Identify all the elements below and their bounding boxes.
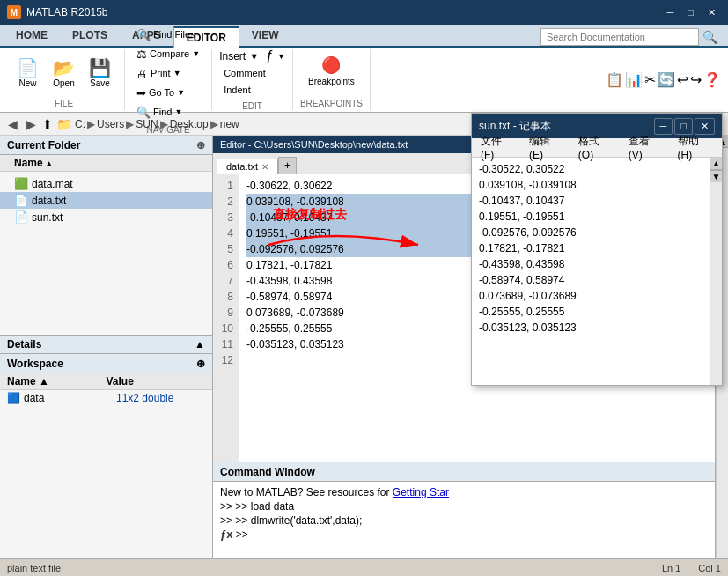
details-title: Details [7, 338, 41, 351]
sort-icon[interactable]: ▲ [45, 159, 54, 168]
minimize-button[interactable]: ─ [662, 5, 680, 20]
code-text-2: 0.039108, -0.039108 [246, 194, 344, 210]
np-line-9: 0.073689, -0.073689 [479, 288, 702, 304]
new-button[interactable]: 📄 New [11, 55, 45, 92]
fx-dropdown[interactable]: ▼ [277, 52, 285, 61]
file-item-datamat[interactable]: 🟩 data.mat [0, 175, 212, 192]
compare-dropdown-icon: ▼ [192, 49, 200, 58]
toolbar-icon-3[interactable]: ✂ [644, 71, 656, 88]
search-icon[interactable]: 🔍 [702, 30, 717, 44]
toolbar-icon-1[interactable]: 📋 [606, 71, 623, 88]
compare-button[interactable]: ⚖ Compare ▼ [132, 45, 204, 63]
np-line-3: -0.10437, 0.10437 [479, 193, 702, 209]
path-new: new [220, 118, 239, 130]
code-text-1: -0.30622, 0.30622 [246, 178, 332, 194]
up-button[interactable]: ⬆ [42, 117, 53, 131]
open-label: Open [53, 78, 74, 88]
help-icon[interactable]: ❓ [703, 71, 721, 88]
command-window-title: Command Window [220, 466, 315, 478]
comment-button[interactable]: Comment [219, 65, 285, 81]
path-sun: SUN [136, 118, 158, 130]
edit-section-label: EDIT [242, 100, 262, 111]
file-btn-group: 📄 New 📂 Open 💾 Save [11, 51, 117, 95]
find-icon: 🔍 [136, 106, 151, 119]
save-button[interactable]: 💾 Save [83, 55, 117, 92]
notepad-scrollbar[interactable]: ▲ ▼ [710, 158, 722, 385]
navigate-col: 🔍 Find Files ⚖ Compare ▼ 🖨 Print ▼ ➡ Go … [132, 26, 204, 122]
toolbar-icon-2[interactable]: 📊 [625, 71, 643, 88]
save-icon: 💾 [89, 59, 111, 77]
np-line-8: -0.58974, 0.58974 [479, 272, 702, 288]
getting-started-link[interactable]: Getting Star [393, 486, 449, 498]
save-label: Save [90, 78, 110, 88]
workspace-data-icon: 🟦 [7, 392, 20, 404]
code-text-3: -0.10437, 0.10437 [246, 210, 332, 225]
workspace-header: Workspace ⊕ [0, 354, 212, 373]
workspace-panel: Workspace ⊕ Name ▲ Value 🟦 data 11x2 dou… [0, 354, 212, 406]
print-button[interactable]: 🖨 Print ▼ [132, 64, 204, 83]
statusbar-position: Ln 1 [662, 563, 680, 573]
goto-icon: ➡ [136, 86, 146, 100]
find-label: Find [153, 107, 172, 117]
insert-dropdown[interactable]: ▼ [249, 51, 259, 62]
tab-view[interactable]: VIEW [239, 25, 291, 46]
current-folder-title: Current Folder [7, 139, 80, 151]
np-scroll-down[interactable]: ▼ [710, 170, 722, 182]
line-num-11: 11 [218, 336, 233, 352]
maximize-button[interactable]: □ [682, 5, 699, 20]
np-line-6: 0.17821, -0.17821 [479, 240, 702, 256]
tab-plots[interactable]: PLOTS [60, 25, 120, 46]
toolbar-icon-6[interactable]: ↪ [690, 71, 702, 88]
datamat-icon: 🟩 [14, 177, 28, 190]
code-text-9: 0.073689, -0.073689 [246, 305, 344, 321]
current-folder-expand-icon[interactable]: ⊕ [196, 139, 205, 151]
edit-col: Insert ▼ ƒ ▼ Comment Indent [219, 48, 285, 98]
np-scroll-up[interactable]: ▲ [710, 158, 722, 170]
details-expand-icon: ▲ [195, 338, 205, 351]
breakpoints-label: Breakpoints [308, 77, 355, 86]
ribbon-edit-section: Insert ▼ ƒ ▼ Comment Indent EDIT [212, 49, 293, 110]
editor-tab-datatxt[interactable]: data.txt ✕ [217, 159, 278, 174]
search-input[interactable] [540, 28, 699, 46]
code-text-12 [246, 352, 249, 368]
workspace-expand-icon[interactable]: ⊕ [196, 358, 205, 370]
search-area: 🔍 [540, 28, 724, 46]
insert-label: Insert [219, 50, 246, 63]
file-item-datatxt[interactable]: 📄 data.txt [0, 192, 212, 209]
np-line-5: -0.092576, 0.092576 [479, 225, 702, 240]
workspace-col-header: Name ▲ Value [0, 373, 212, 390]
tab-datatxt-close[interactable]: ✕ [261, 162, 268, 172]
suntxt-icon: 📄 [14, 210, 28, 224]
line-num-5: 5 [218, 241, 233, 257]
line-num-6: 6 [218, 257, 233, 273]
current-folder-header: Current Folder ⊕ [0, 136, 212, 155]
open-button[interactable]: 📂 Open [47, 55, 81, 92]
code-text-7: -0.43598, 0.43598 [246, 273, 332, 289]
ribbon-tabs: HOME PLOTS APPS EDITOR VIEW 🔍 [0, 25, 728, 48]
tab-add-button[interactable]: + [278, 157, 297, 174]
goto-button[interactable]: ➡ Go To ▼ [132, 84, 204, 102]
print-label: Print [151, 68, 171, 78]
breakpoints-button[interactable]: 🔴 Breakpoints [302, 51, 361, 91]
cmd-prompt-line: ƒx >> [220, 528, 708, 542]
toolbar-icon-5[interactable]: ↩ [677, 71, 688, 88]
suntxt-name: sun.txt [32, 211, 63, 224]
compare-icon: ⚖ [136, 48, 147, 61]
forward-button[interactable]: ▶ [24, 117, 39, 131]
find-files-label: Find Files [153, 29, 195, 40]
find-files-button[interactable]: 🔍 Find Files [132, 26, 204, 44]
notepad-content[interactable]: -0.30522, 0.30522 0.039108, -0.039108 -0… [472, 158, 710, 385]
file-section-label: FILE [55, 97, 73, 108]
back-button[interactable]: ◀ [5, 117, 20, 131]
workspace-row-data[interactable]: 🟦 data 11x2 double [0, 390, 212, 406]
details-header[interactable]: Details ▲ [0, 335, 212, 354]
tab-home[interactable]: HOME [4, 25, 60, 46]
toolbar-icon-4[interactable]: 🔄 [658, 71, 675, 88]
close-button[interactable]: ✕ [702, 5, 721, 20]
statusbar-filetype: plain text file [7, 563, 61, 573]
file-item-suntxt[interactable]: 📄 sun.txt [0, 209, 212, 225]
cmd-prompt-2: >> [220, 514, 235, 527]
indent-button[interactable]: Indent [219, 82, 285, 98]
breakpoints-section-label: BREAKPOINTS [300, 97, 363, 108]
comment-label: Comment [224, 68, 266, 78]
